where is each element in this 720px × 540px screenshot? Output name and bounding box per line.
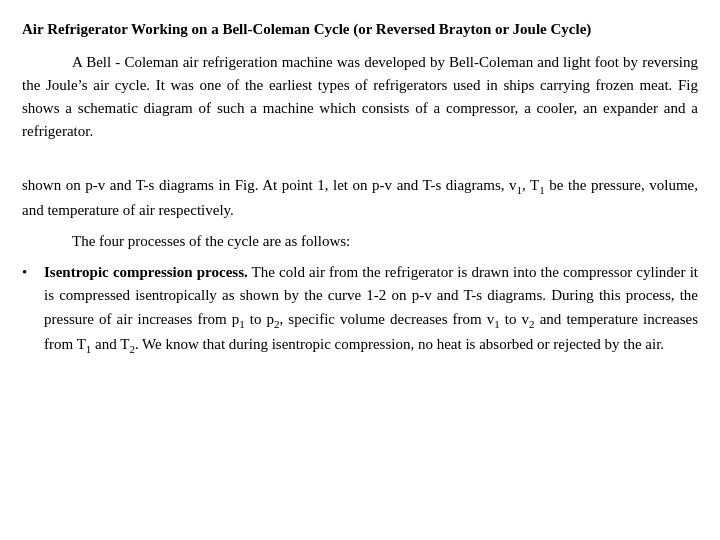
bullet-term: Isentropic compression process. <box>44 264 248 280</box>
bullet-content: Isentropic compression process. The cold… <box>44 261 698 358</box>
page-title: Air Refrigerator Working on a Bell-Colem… <box>22 18 698 41</box>
spacer <box>22 162 698 174</box>
shown-paragraph: shown on p-v and T-s diagrams in Fig. At… <box>22 174 698 222</box>
bullet-marker: • <box>22 261 44 284</box>
bullet-item-isentropic: • Isentropic compression process. The co… <box>22 261 698 358</box>
intro-paragraph: A Bell - Coleman air refrigeration machi… <box>22 51 698 144</box>
page-content: Air Refrigerator Working on a Bell-Colem… <box>22 18 698 358</box>
four-processes-intro: The four processes of the cycle are as f… <box>22 230 698 253</box>
